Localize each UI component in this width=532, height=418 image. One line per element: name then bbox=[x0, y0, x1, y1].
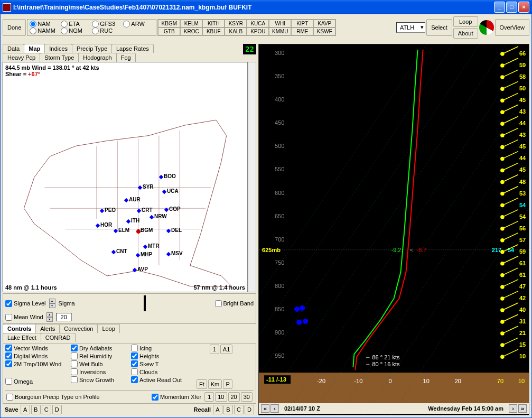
loop-button[interactable]: Loop bbox=[453, 16, 478, 27]
station-combo[interactable]: ATLH▾ bbox=[396, 22, 425, 33]
map-site-label-ith: ITH bbox=[131, 218, 139, 224]
model-ruc[interactable]: RUC bbox=[92, 27, 123, 34]
tab-lake-effect[interactable]: Lake Effect bbox=[3, 333, 41, 342]
check-digital-winds[interactable]: Digital Winds bbox=[5, 352, 69, 359]
tab-hodograph[interactable]: Hodograph bbox=[78, 53, 116, 62]
time-next-fast[interactable]: » bbox=[518, 404, 527, 413]
station-kalb[interactable]: KALB bbox=[225, 27, 247, 35]
save-slots-a[interactable]: A bbox=[21, 405, 30, 414]
check-skew-t[interactable]: Skew T bbox=[131, 360, 194, 367]
tab-map[interactable]: Map bbox=[24, 44, 45, 53]
minimize-button[interactable]: _ bbox=[494, 2, 505, 13]
save-slots-b[interactable]: B bbox=[31, 405, 41, 414]
btn-km[interactable]: Km bbox=[208, 379, 222, 389]
save-slots-d[interactable]: D bbox=[52, 405, 62, 414]
bright-band-check[interactable]: Bright Band bbox=[215, 300, 254, 307]
model-ngm[interactable]: NGM bbox=[61, 27, 91, 34]
check-wet-bulb[interactable]: Wet Bulb bbox=[71, 360, 129, 367]
sigma-value[interactable]: 20 bbox=[56, 313, 72, 321]
station-kuca[interactable]: KUCA bbox=[247, 20, 269, 27]
tab-conrad[interactable]: CONRAD bbox=[41, 333, 76, 342]
slider-indicator[interactable] bbox=[144, 295, 146, 311]
station-ksyr[interactable]: KSYR bbox=[225, 20, 247, 27]
done-button[interactable]: Done bbox=[3, 19, 26, 36]
overview-button[interactable]: OverView bbox=[495, 19, 529, 36]
svg-point-109 bbox=[501, 332, 504, 335]
model-eta[interactable]: ETA bbox=[61, 21, 91, 27]
station-kbuf[interactable]: KBUF bbox=[202, 27, 225, 35]
maximize-button[interactable]: □ bbox=[506, 2, 517, 13]
momentum-30[interactable]: 30 bbox=[241, 392, 253, 402]
station-kmmu[interactable]: KMMU bbox=[269, 27, 291, 35]
select-button[interactable]: Select bbox=[426, 19, 452, 36]
about-button[interactable]: About bbox=[453, 28, 478, 39]
check-active-read-out[interactable]: Active Read Out bbox=[131, 376, 194, 383]
tab-data[interactable]: Data bbox=[3, 44, 24, 53]
check-2m-tmp-10m-wnd[interactable]: 2M Tmp/10M Wnd bbox=[5, 360, 69, 367]
mean-wind-check[interactable]: Mean Wind bbox=[5, 314, 43, 321]
recall-slots-c[interactable]: C bbox=[234, 405, 244, 414]
tab-storm-type[interactable]: Storm Type bbox=[40, 53, 79, 62]
station-kswf[interactable]: KSWF bbox=[313, 27, 335, 35]
bourgoin-check[interactable]: Bourgoiun Precip Type on Profile bbox=[6, 394, 100, 401]
station-kipt[interactable]: KIPT bbox=[291, 20, 313, 27]
momentum-10[interactable]: 10 bbox=[215, 392, 227, 402]
station-kroc[interactable]: KROC bbox=[180, 27, 202, 35]
check-omega[interactable]: Omega bbox=[5, 378, 69, 385]
check-icing[interactable]: Icing bbox=[131, 345, 194, 351]
check-snow-growth[interactable]: Snow Growth bbox=[71, 376, 129, 383]
tab-fog[interactable]: Fog bbox=[116, 53, 136, 62]
btn-ft[interactable]: Ft bbox=[197, 379, 207, 389]
tab-loop[interactable]: Loop bbox=[97, 324, 119, 333]
tab-controls[interactable]: Controls bbox=[3, 324, 36, 333]
model-nam[interactable]: NAM bbox=[30, 21, 60, 27]
map-vscroll[interactable] bbox=[248, 62, 256, 293]
close-button[interactable]: × bbox=[518, 2, 529, 13]
check-rel-humidity[interactable]: Rel Humidity bbox=[71, 352, 129, 359]
time-next[interactable]: › bbox=[509, 404, 517, 413]
station-gtb[interactable]: GTB bbox=[158, 27, 180, 35]
model-gfs3[interactable]: GFS3 bbox=[92, 21, 123, 27]
svg-text:61: 61 bbox=[519, 259, 526, 266]
station-kelm[interactable]: KELM bbox=[180, 20, 202, 27]
svg-text:45: 45 bbox=[519, 97, 526, 103]
btn-1[interactable]: 1 bbox=[210, 345, 219, 354]
momentum-1[interactable]: 1 bbox=[204, 392, 214, 402]
time-prev-fast[interactable]: « bbox=[261, 404, 269, 413]
check-clouds[interactable]: Clouds bbox=[131, 368, 194, 375]
model-namm[interactable]: NAMM bbox=[30, 27, 60, 34]
station-whi[interactable]: WHI bbox=[269, 20, 291, 27]
tab-lapse-rates[interactable]: Lapse Rates bbox=[111, 44, 154, 53]
time-prev[interactable]: ‹ bbox=[270, 404, 279, 413]
skewt-panel[interactable]: 3003504004505005506006507007508008509009… bbox=[258, 44, 529, 416]
station-kpou[interactable]: KPOU bbox=[247, 27, 269, 35]
recall-slots-d[interactable]: D bbox=[245, 405, 254, 414]
btn-a1[interactable]: A1 bbox=[220, 345, 232, 354]
check-dry-adiabats[interactable]: Dry Adiabats bbox=[71, 345, 129, 351]
momentum-20[interactable]: 20 bbox=[228, 392, 240, 402]
station-kbgm[interactable]: KBGM bbox=[158, 20, 180, 27]
station-kith[interactable]: KITH bbox=[202, 20, 225, 27]
tab-precip-type[interactable]: Precip Type bbox=[72, 44, 112, 53]
sigma-level-check[interactable]: Sigma Level bbox=[5, 300, 46, 307]
station-kavp[interactable]: KAVP bbox=[313, 20, 335, 27]
tab-convection[interactable]: Convection bbox=[59, 324, 98, 333]
sigma-spin-down[interactable]: ▴▾ bbox=[46, 312, 53, 322]
recall-slots-a[interactable]: A bbox=[213, 405, 222, 414]
check-vector-winds[interactable]: Vector Winds bbox=[5, 345, 69, 351]
titlebar[interactable]: l:\intranet\Training\mse\CaseStudies\Feb… bbox=[1, 1, 531, 14]
tab-alerts[interactable]: Alerts bbox=[35, 324, 60, 333]
save-slots-c[interactable]: C bbox=[42, 405, 51, 414]
btn-p[interactable]: P bbox=[223, 379, 232, 389]
sigma-spin-up[interactable]: ▴▾ bbox=[49, 299, 55, 308]
station-rme[interactable]: RME bbox=[291, 27, 313, 35]
model-arw[interactable]: ARW bbox=[123, 21, 154, 27]
tab-heavy-pcp[interactable]: Heavy Pcp bbox=[3, 53, 40, 62]
tab-indices[interactable]: Indices bbox=[44, 44, 72, 53]
momentum-check[interactable]: Momentum Xfer bbox=[152, 394, 201, 401]
svg-text:40: 40 bbox=[519, 306, 526, 312]
check-inversions[interactable]: Inversions bbox=[71, 368, 129, 375]
recall-slots-b[interactable]: B bbox=[223, 405, 233, 414]
check-heights[interactable]: Heights bbox=[131, 352, 194, 359]
map-area[interactable]: 844.5 mb Wind = 138.01 ° at 42 kts Shear… bbox=[3, 62, 248, 293]
